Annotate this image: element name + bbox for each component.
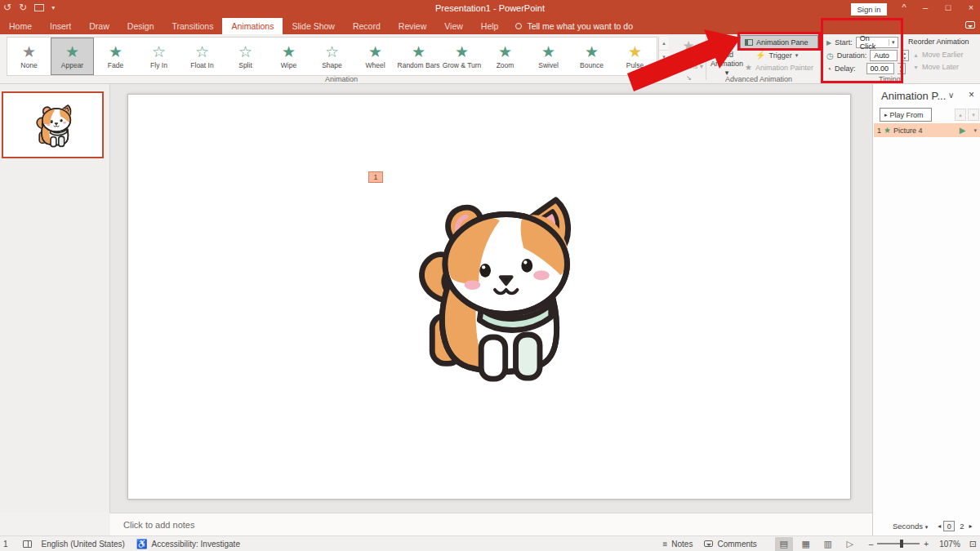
item-order: 1 — [877, 127, 881, 135]
restore-button[interactable]: □ — [939, 2, 957, 12]
dog-picture[interactable] — [403, 190, 581, 383]
tab-animations[interactable]: Animations — [222, 18, 283, 34]
slide-thumbnail-panel — [0, 84, 110, 513]
zoom-slider[interactable] — [877, 543, 920, 544]
star-icon: ★ — [282, 44, 296, 60]
close-button[interactable]: × — [962, 2, 980, 12]
spin-down-icon[interactable]: ▾ — [901, 56, 908, 60]
fit-slide-icon[interactable]: ⊡ — [969, 539, 977, 549]
gallery-item-swivel[interactable]: ★ Swivel — [527, 38, 570, 75]
gallery-item-random-bars[interactable]: ★ Random Bars — [397, 38, 440, 75]
notes-toggle[interactable]: ≡ Notes — [662, 540, 693, 549]
gallery-item-zoom[interactable]: ★ Zoom — [483, 38, 527, 75]
gallery-item-split[interactable]: ☆ Split — [224, 38, 267, 75]
play-from-button[interactable]: ▸ Play From — [880, 108, 932, 122]
minimize-button[interactable]: – — [916, 2, 934, 12]
reorder-animation-title: Reorder Animation — [908, 38, 969, 46]
gallery-item-shape[interactable]: ☆ Shape — [310, 38, 354, 75]
timing-delay-row: ◔ Delay: 00.00 ▴▾ — [826, 63, 906, 74]
gallery-item-bounce[interactable]: ★ Bounce — [570, 38, 613, 75]
timeline-play-icon[interactable]: ▶ — [960, 126, 966, 135]
zoom-out-icon[interactable]: – — [869, 540, 874, 549]
reading-view-button[interactable]: ▥ — [819, 537, 837, 551]
gallery-item-fade[interactable]: ★ Fade — [94, 38, 137, 75]
add-animation-star-icon: ★✦ — [720, 37, 733, 51]
gallery-more-icon[interactable]: ▾ — [659, 64, 669, 78]
gallery-item-wheel[interactable]: ★ Wheel — [354, 38, 397, 75]
tab-transitions[interactable]: Transitions — [163, 18, 222, 34]
trigger-button[interactable]: ⚡ Trigger ▾ — [755, 51, 798, 60]
start-combobox[interactable]: On Click ▾ — [856, 37, 898, 48]
gallery-item-label: Zoom — [497, 61, 514, 69]
duration-stepper[interactable]: ▴▾ — [901, 50, 909, 61]
gallery-scroll-down-icon[interactable]: ▾ — [659, 51, 669, 64]
gallery-item-label: Float In — [190, 61, 213, 69]
notes-placeholder[interactable]: Click to add notes — [123, 520, 872, 530]
seconds-dropdown[interactable]: Seconds ▾ — [893, 522, 928, 531]
delay-stepper[interactable]: ▴▾ — [898, 63, 906, 74]
ribbon-options-icon[interactable]: ^ — [895, 2, 913, 12]
chevron-down-icon[interactable]: ∨ — [948, 91, 954, 100]
zoom-in-icon[interactable]: + — [924, 540, 929, 549]
chevron-down-icon: ▾ — [925, 524, 929, 530]
tab-help[interactable]: Help — [472, 18, 508, 34]
tab-draw[interactable]: Draw — [80, 18, 118, 34]
spin-down-icon[interactable]: ▾ — [898, 69, 905, 73]
duration-input[interactable]: Auto — [870, 50, 898, 61]
slide-canvas[interactable]: 1 — [127, 94, 851, 500]
gallery-item-grow-turn[interactable]: ★ Grow & Turn — [440, 38, 483, 75]
gallery-scrollbar[interactable]: ▴ ▾ ▾ — [658, 37, 669, 76]
gallery-item-none[interactable]: ★ None — [7, 38, 51, 75]
chevron-down-icon[interactable]: ▾ — [889, 39, 898, 46]
gallery-scroll-up-icon[interactable]: ▴ — [659, 37, 669, 51]
accessibility-button[interactable]: ♿ Accessibility: Investigate — [136, 539, 240, 549]
tab-design[interactable]: Design — [118, 18, 163, 34]
gallery-item-wipe[interactable]: ★ Wipe — [267, 38, 310, 75]
timeline-end-value: 2 — [960, 522, 964, 531]
tab-slide-show[interactable]: Slide Show — [283, 18, 344, 34]
gallery-item-pulse[interactable]: ★ Pulse — [613, 38, 657, 75]
tell-me-label: Tell me what you want to do — [527, 21, 633, 31]
tell-me-box[interactable]: Tell me what you want to do — [507, 18, 641, 34]
zoom-level[interactable]: 107% — [939, 540, 960, 549]
animation-pane-button[interactable]: Animation Pane — [740, 35, 818, 50]
star-icon: ★ — [682, 38, 694, 55]
accessibility-label: Accessibility: Investigate — [152, 540, 240, 549]
effect-options-button[interactable]: ★ Effect Options ▾ — [671, 38, 706, 77]
slideshow-view-button[interactable]: ▷ — [841, 537, 859, 551]
tab-view[interactable]: View — [435, 18, 472, 34]
gallery-item-float-in[interactable]: ☆ Float In — [180, 38, 224, 75]
chevron-down-icon: ▾ — [795, 52, 799, 59]
star-icon: ★ — [109, 44, 122, 60]
feedback-bubble-icon[interactable] — [965, 21, 975, 29]
close-pane-icon[interactable]: × — [969, 89, 974, 100]
slide-sorter-view-button[interactable]: ▦ — [797, 537, 815, 551]
tab-review[interactable]: Review — [390, 18, 435, 34]
proofing-button[interactable] — [23, 540, 32, 548]
gallery-item-label: Appear — [61, 61, 83, 69]
timeline-right-icon[interactable]: ▸ — [969, 522, 972, 530]
item-dropdown-icon[interactable]: ▾ — [973, 127, 977, 134]
delay-input[interactable]: 00.00 — [866, 63, 894, 74]
timeline-left-icon[interactable]: ◂ — [938, 522, 941, 530]
slide-thumbnail[interactable] — [2, 91, 104, 158]
comments-label: Comments — [717, 540, 756, 549]
move-later-label: Move Later — [922, 63, 959, 71]
notes-pane[interactable]: Click to add notes — [110, 513, 872, 535]
tab-home[interactable]: Home — [0, 18, 41, 34]
animation-order-badge[interactable]: 1 — [368, 171, 383, 183]
slide-indicator: 1 — [3, 540, 8, 549]
star-icon: ★ — [368, 44, 382, 60]
zoom-slider-handle[interactable] — [900, 540, 903, 548]
gallery-item-appear[interactable]: ★ Appear — [51, 38, 94, 75]
normal-view-button[interactable]: ▤ — [775, 537, 793, 551]
timeline-start-value: 0 — [943, 521, 955, 531]
tab-record[interactable]: Record — [344, 18, 390, 34]
language-button[interactable]: English (United States) — [42, 540, 125, 549]
animation-list-item[interactable]: 1 ★ Picture 4 ▶ ▾ — [874, 123, 980, 137]
sign-in-button[interactable]: Sign in — [851, 3, 887, 16]
comments-toggle[interactable]: Comments — [704, 540, 756, 549]
dialog-launcher-icon[interactable]: ↘ — [686, 74, 692, 82]
tab-insert[interactable]: Insert — [41, 18, 80, 34]
gallery-item-fly-in[interactable]: ☆ Fly In — [137, 38, 180, 75]
